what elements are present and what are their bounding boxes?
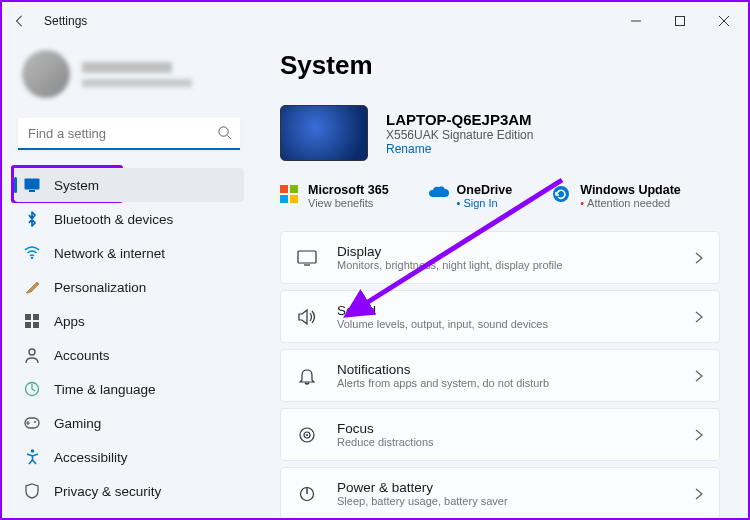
svg-point-15: [30, 449, 34, 453]
m365-icon: [280, 185, 298, 203]
user-name-blurred: [82, 62, 172, 73]
svg-rect-19: [290, 195, 298, 203]
service-sub: •Attention needed: [580, 197, 681, 209]
nav-label: Privacy & security: [54, 484, 161, 499]
window-title: Settings: [44, 14, 87, 28]
bell-icon: [297, 366, 317, 386]
device-model: X556UAK Signature Edition: [386, 128, 533, 142]
svg-point-14: [34, 421, 36, 423]
service-update[interactable]: Windows Update •Attention needed: [552, 183, 681, 209]
service-m365[interactable]: Microsoft 365 View benefits: [280, 183, 389, 209]
svg-rect-5: [29, 190, 35, 192]
nav-label: Bluetooth & devices: [54, 212, 173, 227]
card-display[interactable]: Display Monitors, brightness, night ligh…: [280, 231, 720, 284]
minimize-button[interactable]: [614, 6, 658, 36]
card-title: Power & battery: [337, 480, 675, 495]
nav-item-bluetooth[interactable]: Bluetooth & devices: [14, 202, 244, 236]
system-icon: [24, 177, 40, 193]
nav-label: Accounts: [54, 348, 110, 363]
nav-label: Gaming: [54, 416, 101, 431]
svg-point-25: [306, 434, 308, 436]
user-email-blurred: [82, 79, 192, 87]
nav-label: Apps: [54, 314, 85, 329]
accessibility-icon: [24, 449, 40, 465]
card-desc: Reduce distractions: [337, 436, 675, 448]
service-sub[interactable]: •Sign In: [457, 197, 513, 209]
svg-point-6: [31, 257, 33, 259]
card-notifications[interactable]: Notifications Alerts from apps and syste…: [280, 349, 720, 402]
apps-icon: [24, 313, 40, 329]
svg-rect-17: [290, 185, 298, 193]
svg-rect-16: [280, 185, 288, 193]
nav-item-personalization[interactable]: Personalization: [14, 270, 244, 304]
card-desc: Alerts from apps and system, do not dist…: [337, 377, 675, 389]
update-status-icon: [552, 185, 570, 203]
person-icon: [24, 347, 40, 363]
card-focus[interactable]: Focus Reduce distractions: [280, 408, 720, 461]
device-thumbnail[interactable]: [280, 105, 368, 161]
sound-icon: [297, 307, 317, 327]
svg-rect-8: [33, 314, 39, 320]
service-title: Windows Update: [580, 183, 681, 197]
nav-label: Accessibility: [54, 450, 128, 465]
service-title: Microsoft 365: [308, 183, 389, 197]
search-input[interactable]: [18, 118, 240, 150]
card-power[interactable]: Power & battery Sleep, battery usage, ba…: [280, 467, 720, 518]
card-title: Sound: [337, 303, 675, 318]
nav-item-update[interactable]: Windows Update: [14, 508, 244, 518]
page-title: System: [280, 50, 720, 81]
maximize-button[interactable]: [658, 6, 702, 36]
service-title: OneDrive: [457, 183, 513, 197]
chevron-right-icon: [695, 311, 703, 323]
brush-icon: [24, 279, 40, 295]
nav-item-accessibility[interactable]: Accessibility: [14, 440, 244, 474]
nav-item-network[interactable]: Network & internet: [14, 236, 244, 270]
update-icon: [24, 517, 40, 518]
chevron-right-icon: [695, 429, 703, 441]
back-button[interactable]: [4, 14, 36, 28]
nav-label: System: [54, 178, 99, 193]
rename-link[interactable]: Rename: [386, 142, 533, 156]
chevron-right-icon: [695, 370, 703, 382]
close-button[interactable]: [702, 6, 746, 36]
service-sub: View benefits: [308, 197, 389, 209]
nav-item-time[interactable]: Time & language: [14, 372, 244, 406]
nav-item-privacy[interactable]: Privacy & security: [14, 474, 244, 508]
svg-rect-9: [25, 322, 31, 328]
chevron-right-icon: [695, 488, 703, 500]
display-icon: [297, 248, 317, 268]
nav-item-apps[interactable]: Apps: [14, 304, 244, 338]
nav-label: Windows Update: [54, 518, 156, 519]
card-title: Notifications: [337, 362, 675, 377]
svg-rect-10: [33, 322, 39, 328]
card-sound[interactable]: Sound Volume levels, output, input, soun…: [280, 290, 720, 343]
card-desc: Monitors, brightness, night light, displ…: [337, 259, 675, 271]
svg-rect-21: [298, 251, 316, 263]
svg-point-11: [29, 349, 35, 355]
nav-item-gaming[interactable]: Gaming: [14, 406, 244, 440]
card-title: Focus: [337, 421, 675, 436]
user-profile[interactable]: [14, 40, 244, 118]
nav-label: Personalization: [54, 280, 146, 295]
card-desc: Sleep, battery usage, battery saver: [337, 495, 675, 507]
nav-item-system[interactable]: System: [14, 168, 244, 202]
svg-point-2: [219, 127, 228, 136]
svg-rect-1: [676, 17, 685, 26]
gaming-icon: [24, 415, 40, 431]
nav-label: Time & language: [54, 382, 156, 397]
focus-icon: [297, 425, 317, 445]
nav-item-accounts[interactable]: Accounts: [14, 338, 244, 372]
wifi-icon: [24, 245, 40, 261]
bluetooth-icon: [24, 211, 40, 227]
card-desc: Volume levels, output, input, sound devi…: [337, 318, 675, 330]
search-box[interactable]: [18, 118, 240, 150]
power-icon: [297, 484, 317, 504]
shield-icon: [24, 483, 40, 499]
svg-rect-7: [25, 314, 31, 320]
clock-globe-icon: [24, 381, 40, 397]
device-name: LAPTOP-Q6EJP3AM: [386, 111, 533, 128]
chevron-right-icon: [695, 252, 703, 264]
onedrive-icon: [429, 185, 447, 203]
nav-list: System Bluetooth & devices Network & int…: [14, 168, 244, 518]
service-onedrive[interactable]: OneDrive •Sign In: [429, 183, 513, 209]
